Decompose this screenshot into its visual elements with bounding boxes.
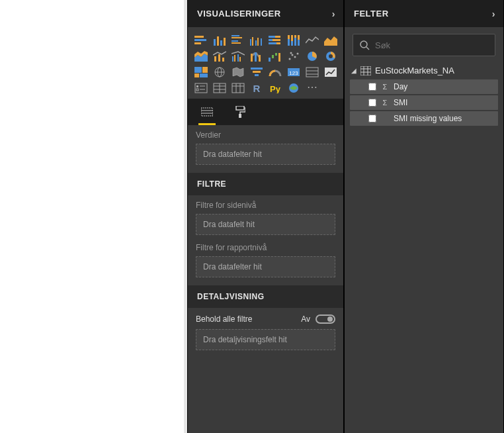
svg-point-94 bbox=[360, 41, 367, 48]
svg-rect-69 bbox=[306, 68, 318, 77]
viz-ribbon-icon[interactable] bbox=[249, 50, 265, 63]
svg-rect-37 bbox=[234, 55, 235, 62]
sigma-icon: Σ bbox=[382, 83, 388, 91]
table-eustockmarkets[interactable]: ◢ EuStockMarkets_NA bbox=[345, 63, 503, 78]
svg-text:123: 123 bbox=[289, 70, 298, 76]
svg-rect-47 bbox=[275, 53, 277, 56]
viz-kpi-icon[interactable] bbox=[323, 66, 339, 79]
svg-rect-9 bbox=[231, 40, 238, 42]
viz-multi-row-card-icon[interactable] bbox=[304, 66, 320, 79]
viz-card-icon[interactable]: 123 bbox=[286, 66, 302, 79]
field-checkbox[interactable] bbox=[368, 83, 376, 91]
table-icon bbox=[360, 66, 371, 75]
fields-search[interactable] bbox=[353, 34, 495, 56]
viz-filled-map-icon[interactable] bbox=[230, 66, 246, 79]
svg-rect-57 bbox=[194, 67, 202, 73]
keep-all-filters-label: Behold alle filtre bbox=[196, 314, 252, 324]
page-filter-label: Filtre for sidenivå bbox=[196, 201, 335, 210]
viz-tabs bbox=[188, 99, 343, 125]
svg-line-95 bbox=[366, 47, 369, 50]
field-checkbox[interactable] bbox=[368, 99, 376, 107]
svg-point-50 bbox=[291, 54, 293, 56]
field-smi[interactable]: Σ SMI bbox=[350, 95, 498, 110]
keep-all-filters-row: Behold alle filtre Av bbox=[188, 308, 343, 329]
svg-rect-72 bbox=[325, 68, 337, 77]
svg-rect-17 bbox=[275, 36, 280, 38]
fields-tab[interactable] bbox=[198, 99, 216, 125]
viz-slicer-icon[interactable] bbox=[193, 81, 209, 95]
viz-scatter-icon[interactable] bbox=[286, 50, 302, 63]
svg-rect-7 bbox=[231, 35, 239, 36]
svg-rect-36 bbox=[232, 56, 233, 62]
viz-clustered-column-icon[interactable] bbox=[249, 34, 265, 47]
field-checkbox[interactable] bbox=[368, 115, 376, 122]
viz-r-script-icon[interactable]: R bbox=[249, 81, 265, 95]
visualizations-header[interactable]: VISUALISERINGER › bbox=[188, 0, 343, 27]
viz-line-clustered-column-icon[interactable] bbox=[230, 50, 246, 63]
svg-rect-58 bbox=[202, 67, 208, 73]
format-tab[interactable] bbox=[231, 99, 249, 125]
filters-header[interactable]: FILTRE bbox=[188, 173, 343, 195]
viz-donut-icon[interactable] bbox=[323, 50, 339, 63]
fields-panel: FELTER › ◢ EuStockMarkets_NA Σ Day Σ SMI… bbox=[344, 0, 504, 433]
chevron-right-icon[interactable]: › bbox=[332, 9, 335, 19]
search-input[interactable] bbox=[375, 40, 488, 50]
viz-100-stacked-bar-icon[interactable] bbox=[267, 34, 283, 47]
svg-rect-73 bbox=[195, 83, 207, 93]
viz-stacked-column-icon[interactable] bbox=[212, 34, 228, 47]
viz-stacked-bar-icon[interactable] bbox=[193, 34, 209, 47]
svg-rect-0 bbox=[194, 36, 204, 38]
values-dropzone[interactable]: Dra datafelter hit bbox=[196, 144, 335, 165]
svg-point-51 bbox=[294, 56, 296, 58]
viz-stacked-area-icon[interactable] bbox=[193, 50, 209, 63]
viz-waterfall-icon[interactable] bbox=[267, 50, 283, 63]
viz-funnel-icon[interactable] bbox=[249, 66, 265, 79]
report-filter-dropzone[interactable]: Dra datafelter hit bbox=[196, 256, 335, 277]
svg-rect-25 bbox=[291, 35, 293, 41]
viz-line-stacked-column-icon[interactable] bbox=[212, 50, 228, 63]
drill-dropzone[interactable]: Dra detaljvisningsfelt hit bbox=[196, 329, 335, 350]
svg-rect-2 bbox=[194, 42, 201, 44]
table-name: EuStockMarkets_NA bbox=[375, 66, 454, 75]
drill-header[interactable]: DETALJVISNING bbox=[188, 285, 343, 308]
svg-point-49 bbox=[288, 58, 290, 60]
svg-rect-39 bbox=[239, 57, 241, 62]
svg-rect-33 bbox=[214, 56, 216, 62]
svg-rect-27 bbox=[294, 35, 296, 38]
keep-all-filters-toggle[interactable] bbox=[315, 314, 335, 324]
viz-100-stacked-column-icon[interactable] bbox=[286, 34, 302, 47]
svg-rect-3 bbox=[214, 39, 216, 46]
viz-area-icon[interactable] bbox=[323, 34, 339, 47]
field-label: SMI bbox=[394, 98, 407, 107]
viz-arcgis-icon[interactable] bbox=[286, 81, 302, 95]
viz-table-icon[interactable] bbox=[212, 81, 228, 95]
viz-matrix-icon[interactable] bbox=[230, 81, 246, 95]
svg-rect-21 bbox=[276, 42, 280, 44]
viz-py-script-icon[interactable]: Py bbox=[267, 81, 283, 95]
viz-more-icon[interactable]: ⋯ bbox=[304, 81, 320, 95]
chevron-right-icon[interactable]: › bbox=[492, 9, 495, 19]
svg-rect-35 bbox=[222, 58, 224, 62]
field-label: SMI missing values bbox=[394, 114, 462, 123]
viz-treemap-icon[interactable] bbox=[193, 66, 209, 79]
svg-rect-59 bbox=[194, 73, 199, 77]
drill-section: Dra detaljvisningsfelt hit bbox=[188, 329, 343, 358]
viz-map-icon[interactable] bbox=[212, 66, 228, 79]
svg-rect-66 bbox=[255, 74, 259, 76]
viz-clustered-bar-icon[interactable] bbox=[230, 34, 246, 47]
field-day[interactable]: Σ Day bbox=[350, 79, 498, 94]
svg-rect-4 bbox=[217, 36, 219, 46]
svg-rect-82 bbox=[232, 83, 244, 93]
viz-gauge-icon[interactable] bbox=[267, 66, 283, 79]
fields-title: FELTER bbox=[354, 9, 389, 19]
svg-rect-48 bbox=[278, 53, 280, 62]
viz-pie-icon[interactable] bbox=[304, 50, 320, 63]
svg-rect-45 bbox=[269, 58, 271, 62]
field-smi-missing[interactable]: Σ SMI missing values bbox=[350, 111, 498, 126]
search-icon bbox=[360, 40, 370, 50]
viz-line-icon[interactable] bbox=[304, 34, 320, 47]
fields-header[interactable]: FELTER › bbox=[345, 0, 503, 27]
page-filter-dropzone[interactable]: Dra datafelt hit bbox=[196, 214, 335, 235]
report-canvas[interactable] bbox=[0, 0, 187, 433]
svg-rect-60 bbox=[200, 73, 208, 77]
